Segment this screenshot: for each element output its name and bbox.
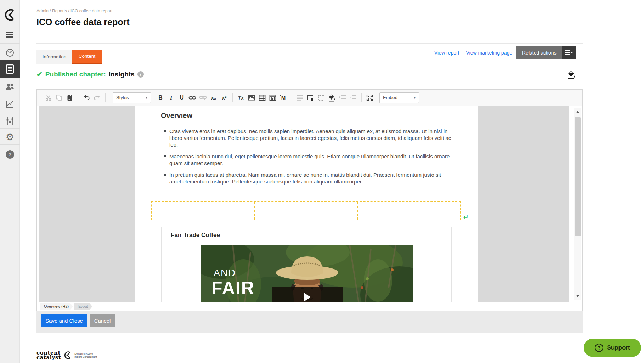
maximize-icon	[366, 94, 373, 101]
token-button[interactable]: M	[278, 92, 289, 103]
magicline-return-icon[interactable]: ↵	[463, 214, 468, 221]
bold-icon: B	[158, 95, 163, 101]
path-tag-overview[interactable]: Overview (H2)	[40, 303, 73, 310]
cut-button[interactable]	[43, 92, 54, 103]
copy-button[interactable]	[54, 92, 64, 103]
support-button[interactable]: ? Support	[584, 339, 641, 357]
box-remove-icon	[307, 95, 314, 101]
document-page[interactable]: Overview Cras viverra eros in erat dapib…	[135, 106, 478, 302]
justify-button[interactable]	[295, 92, 305, 103]
copy-icon	[56, 94, 63, 101]
layout-cell-3[interactable]	[357, 202, 460, 220]
remove-format-button[interactable]: Tx	[236, 92, 246, 103]
outdent-icon	[350, 95, 357, 101]
image-icon	[248, 95, 255, 101]
related-actions-menu-toggle[interactable]	[562, 46, 576, 59]
outdent-button[interactable]	[348, 92, 358, 103]
video-play-bar[interactable]	[272, 287, 343, 302]
menu-toggle[interactable]	[0, 30, 20, 38]
paint-bucket-icon	[567, 70, 576, 79]
triangle-up-icon	[576, 111, 580, 113]
question-circle-icon: ?	[595, 344, 603, 352]
sidebar-item-help[interactable]: ?	[0, 148, 20, 161]
background-color-button[interactable]	[327, 92, 337, 103]
scroll-up-button[interactable]	[574, 108, 581, 116]
fill-color-quick-button[interactable]	[567, 70, 576, 79]
view-report-link[interactable]: View report	[434, 50, 459, 56]
cancel-button[interactable]: Cancel	[90, 314, 115, 327]
exhibit-table-icon	[269, 95, 276, 101]
maximize-button[interactable]	[365, 92, 375, 103]
info-icon[interactable]: i	[137, 71, 144, 78]
breadcrumb[interactable]: Admin / Reports / ICO coffee data report	[36, 8, 113, 13]
layout-cell-1[interactable]	[152, 202, 254, 220]
form-action-bar: Save and Close Cancel	[36, 311, 583, 333]
bold-button[interactable]: B	[155, 92, 166, 103]
paste-icon	[66, 94, 73, 101]
link-button[interactable]	[187, 92, 198, 103]
users-icon	[5, 82, 15, 91]
support-label: Support	[607, 344, 630, 351]
token-m-icon: M	[281, 95, 286, 101]
page-title: ICO coffee data report	[36, 17, 130, 27]
bullet-item: Cras viverra eros in erat dapibus, nec m…	[164, 128, 451, 148]
related-actions-button: Related actions	[516, 46, 576, 59]
video-text-fair: FAIR	[211, 278, 255, 298]
path-tag-layout[interactable]: layout	[74, 303, 92, 310]
editor-canvas[interactable]: Overview Cras viverra eros in erat dapib…	[37, 106, 582, 302]
editor-toolbar: Styles ▾ B I U x₂ x² Tx M	[37, 90, 582, 106]
indent-icon	[339, 95, 346, 101]
subscript-button[interactable]: x₂	[208, 92, 219, 103]
app-logo[interactable]	[0, 6, 20, 24]
remove-container-button[interactable]	[305, 92, 316, 103]
widget-title: Fair Trade Coffee	[171, 232, 220, 239]
video-embed[interactable]: AND FAIR	[201, 245, 413, 302]
view-marketing-page-link[interactable]: View marketing page	[466, 50, 512, 56]
table-icon	[259, 95, 266, 101]
sliders-icon	[6, 117, 14, 126]
footer-tagline: Delivering Active Insight Management	[74, 352, 97, 358]
tab-content[interactable]: Content	[72, 50, 102, 64]
subscript-icon: x₂	[211, 95, 216, 101]
superscript-button[interactable]: x²	[219, 92, 230, 103]
content-catalyst-logo-icon	[4, 8, 16, 22]
undo-button[interactable]	[81, 92, 92, 103]
editor-scrollbar	[574, 108, 581, 300]
insert-exhibit-button[interactable]	[267, 92, 278, 103]
show-blocks-button[interactable]	[316, 92, 327, 103]
tab-information[interactable]: Information	[36, 50, 72, 64]
document-heading: Overview	[161, 112, 192, 120]
sidebar-item-configuration[interactable]	[0, 115, 20, 127]
sidebar-item-settings[interactable]: ⚙	[0, 131, 20, 143]
insert-table-button[interactable]	[257, 92, 267, 103]
italic-button[interactable]: I	[166, 92, 176, 103]
insert-image-button[interactable]	[246, 92, 257, 103]
embed-dropdown[interactable]: Embed ▾	[379, 92, 419, 103]
indent-button[interactable]	[337, 92, 348, 103]
related-actions-label[interactable]: Related actions	[516, 46, 562, 59]
link-icon	[188, 95, 196, 101]
gear-icon: ⚙	[6, 131, 14, 143]
embed-dropdown-label: Embed	[383, 95, 397, 100]
scrollbar-thumb[interactable]	[575, 117, 581, 236]
chevron-down-icon: ▾	[146, 96, 147, 100]
sidebar-item-reports[interactable]	[0, 60, 20, 78]
page-margin-right	[478, 106, 569, 302]
published-status-row: ✔ Published chapter: Insights i	[36, 70, 144, 79]
paste-button[interactable]	[64, 92, 75, 103]
styles-dropdown-label: Styles	[116, 95, 129, 100]
sidebar-item-dashboard[interactable]	[0, 47, 20, 59]
underline-icon: U	[180, 95, 184, 101]
content-catalyst-logo-icon	[64, 351, 72, 360]
check-icon: ✔	[36, 70, 43, 79]
unlink-button[interactable]	[198, 92, 208, 103]
sidebar-item-analytics[interactable]	[0, 98, 20, 110]
layout-cell-2[interactable]	[254, 202, 357, 220]
underline-button[interactable]: U	[176, 92, 187, 103]
redo-button[interactable]	[92, 92, 102, 103]
styles-dropdown[interactable]: Styles ▾	[113, 92, 151, 103]
sidebar-item-users[interactable]	[0, 81, 20, 93]
scroll-down-button[interactable]	[574, 292, 581, 300]
save-and-close-button[interactable]: Save and Close	[41, 314, 87, 327]
list-caret-icon	[565, 50, 573, 56]
